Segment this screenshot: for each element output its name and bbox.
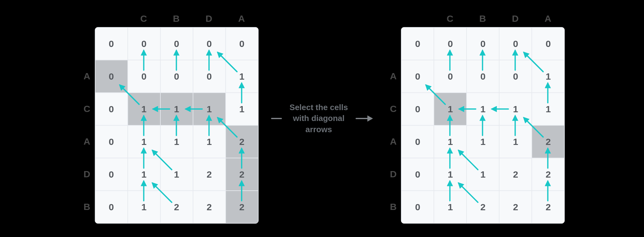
cell: 2 — [467, 191, 499, 223]
row-header: A — [79, 60, 95, 92]
row-header: A — [385, 125, 401, 158]
cell: 0 — [95, 60, 128, 93]
cell: 1 — [434, 191, 467, 223]
col-header: D — [193, 13, 225, 27]
middle-line1: Select the cells — [290, 102, 348, 113]
cell: 2 — [499, 191, 532, 223]
cell: 0 — [95, 27, 128, 60]
row-headers-right: A C A D B — [385, 27, 401, 224]
cell: 1 — [499, 93, 532, 125]
col-header: D — [499, 13, 531, 27]
cell: 0 — [532, 27, 564, 60]
cell: 1 — [128, 93, 160, 125]
cell: 1 — [467, 158, 499, 191]
cell: 1 — [160, 93, 193, 125]
cell: 0 — [434, 27, 467, 60]
cell: 2 — [532, 125, 564, 158]
cell: 1 — [434, 125, 467, 158]
cell: 0 — [95, 93, 128, 125]
row-header — [385, 27, 401, 60]
cell: 0 — [499, 27, 532, 60]
row-headers-left: A C A D B — [79, 27, 95, 224]
row-header: D — [385, 158, 401, 190]
cell: 0 — [499, 60, 532, 93]
middle-text: Select the cells with diagonal arrows — [290, 102, 348, 135]
col-header: B — [160, 13, 193, 27]
row-header: D — [79, 158, 95, 190]
arrow-right-icon — [356, 115, 373, 122]
cell: 1 — [434, 93, 467, 125]
cell: 0 — [226, 27, 258, 60]
cell: 0 — [95, 158, 128, 191]
cell: 1 — [532, 60, 564, 93]
cell: 2 — [226, 191, 258, 223]
cell: 1 — [499, 125, 532, 158]
col-header: C — [127, 13, 160, 27]
left-panel: C B D A A C A D B 0000000001011110111201… — [79, 13, 259, 224]
cell: 1 — [467, 125, 499, 158]
col-headers-left: C B D A — [95, 13, 259, 27]
row-header: B — [79, 190, 95, 223]
cell: 1 — [532, 93, 564, 125]
cell: 1 — [434, 158, 467, 191]
row-header: A — [385, 60, 401, 92]
cell: 2 — [532, 191, 564, 223]
cell: 0 — [160, 60, 193, 93]
row-header: C — [385, 92, 401, 125]
cell: 1 — [160, 125, 193, 158]
row-header — [79, 27, 95, 60]
cell: 0 — [401, 27, 434, 60]
right-panel: C B D A A C A D B 0000000001011110111201… — [385, 13, 565, 224]
cell: 2 — [532, 158, 564, 191]
middle-line2: with diagonal — [290, 113, 348, 124]
cell: 0 — [193, 27, 226, 60]
col-header: A — [531, 13, 564, 27]
cell: 0 — [401, 158, 434, 191]
row-header: C — [79, 92, 95, 125]
middle-line3: arrows — [290, 124, 348, 135]
cell: 0 — [467, 27, 499, 60]
grid-left: 000000000101111011120112201222 — [95, 27, 259, 224]
middle-section: Select the cells with diagonal arrows — [271, 102, 373, 135]
cell: 1 — [467, 93, 499, 125]
cell: 0 — [467, 60, 499, 93]
cell: 0 — [401, 191, 434, 223]
cell: 2 — [193, 191, 226, 223]
cell: 0 — [95, 191, 128, 223]
cell: 0 — [193, 60, 226, 93]
cell: 0 — [95, 125, 128, 158]
row-header: B — [385, 190, 401, 223]
cell: 0 — [401, 60, 434, 93]
col-header: B — [466, 13, 499, 27]
dash-icon — [271, 118, 282, 119]
cell: 0 — [128, 60, 160, 93]
cell: 1 — [128, 191, 160, 223]
cell: 0 — [128, 27, 160, 60]
cell: 2 — [499, 158, 532, 191]
cell: 2 — [193, 158, 226, 191]
cell: 1 — [128, 125, 160, 158]
cell: 0 — [160, 27, 193, 60]
cell: 0 — [434, 60, 467, 93]
cell: 1 — [226, 60, 258, 93]
cell: 2 — [226, 125, 258, 158]
col-header: A — [225, 13, 258, 27]
col-header — [95, 13, 127, 27]
cell: 0 — [401, 93, 434, 125]
cell: 1 — [193, 93, 226, 125]
cell: 1 — [160, 158, 193, 191]
col-headers-right: C B D A — [401, 13, 565, 27]
cell: 0 — [401, 125, 434, 158]
cell: 2 — [226, 158, 258, 191]
cell: 1 — [226, 93, 258, 125]
diagram-container: C B D A A C A D B 0000000001011110111201… — [0, 0, 644, 237]
col-header: C — [434, 13, 466, 27]
grid-right: 000000000101111011120112201222 — [401, 27, 565, 224]
row-header: A — [79, 125, 95, 158]
cell: 2 — [160, 191, 193, 223]
col-header — [401, 13, 434, 27]
cell: 1 — [128, 158, 160, 191]
cell: 1 — [193, 125, 226, 158]
